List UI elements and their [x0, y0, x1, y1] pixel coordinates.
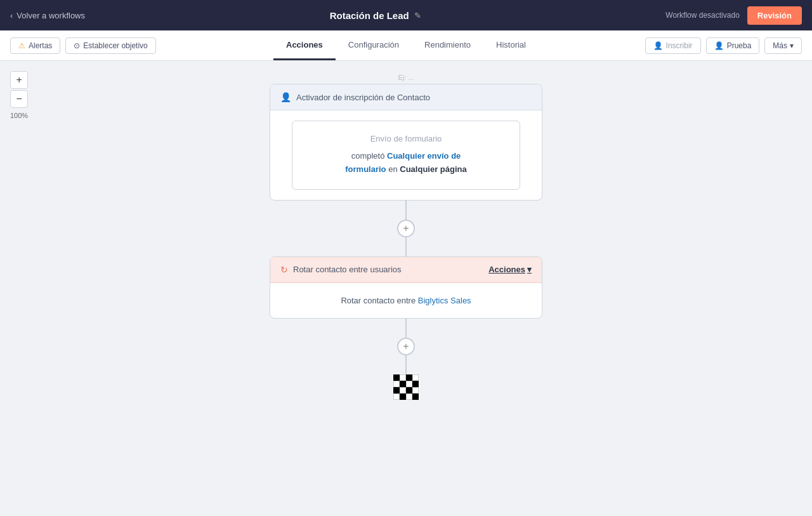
- action-header-left: ↻ Rotar contacto entre usuarios: [280, 265, 402, 275]
- action-rotate-icon: ↻: [280, 265, 288, 275]
- tab-acciones[interactable]: Acciones: [273, 30, 336, 60]
- mas-chevron-icon: ▾: [790, 41, 794, 50]
- zoom-out-button[interactable]: −: [10, 90, 28, 108]
- connector-3: [405, 319, 407, 338]
- top-nav-right: Workflow desactivado Revisión: [665, 6, 802, 25]
- alert-icon: ⚠: [18, 41, 25, 50]
- back-label: Volver a workflows: [16, 11, 85, 20]
- connector-1: [405, 201, 407, 220]
- action-header: ↻ Rotar contacto entre usuarios Acciones…: [270, 257, 542, 283]
- trigger-contact-icon: 👤: [280, 92, 291, 102]
- inscribir-icon: 👤: [653, 41, 663, 50]
- action-body-text: Rotar contacto entre Biglytics Sales: [341, 296, 471, 305]
- trigger-card[interactable]: Envío de formulario completó Cualquier e…: [292, 121, 520, 190]
- alerts-label: Alertas: [29, 41, 52, 50]
- revision-button[interactable]: Revisión: [747, 6, 802, 25]
- workflow-title: Rotación de Lead: [330, 10, 409, 21]
- connector-2: [405, 237, 407, 256]
- inscribir-label: Inscribir: [666, 41, 693, 50]
- acciones-chevron-icon: ▾: [527, 265, 532, 274]
- workflow-status-label: Workflow desactivado: [665, 11, 740, 20]
- workflow-nodes-container: Ej: ... 👤 Activador de inscripción de Co…: [266, 61, 546, 400]
- back-arrow-icon: ‹: [10, 11, 13, 20]
- set-goal-button[interactable]: ⊙ Establecer objetivo: [65, 37, 155, 54]
- alerts-button[interactable]: ⚠ Alertas: [10, 37, 60, 54]
- acciones-label: Acciones: [488, 265, 525, 274]
- subnav-left-actions: ⚠ Alertas ⊙ Establecer objetivo: [10, 37, 206, 54]
- trigger-card-title: Envío de formulario: [318, 134, 494, 143]
- action-header-right: Acciones ▾: [488, 265, 532, 274]
- workflow-canvas: + − 100% Ej: ... 👤 Activador de inscripc…: [0, 61, 812, 516]
- trigger-header: 👤 Activador de inscripción de Contacto: [270, 84, 542, 110]
- tab-rendimiento[interactable]: Rendimiento: [412, 30, 483, 60]
- trigger-node[interactable]: 👤 Activador de inscripción de Contacto E…: [270, 84, 542, 201]
- goal-label: Establecer objetivo: [83, 41, 147, 50]
- prueba-icon: 👤: [714, 41, 724, 50]
- acciones-button[interactable]: Acciones ▾: [488, 265, 532, 274]
- edit-title-icon[interactable]: ✎: [414, 11, 421, 20]
- prueba-label: Prueba: [727, 41, 752, 50]
- add-step-button-1[interactable]: +: [397, 220, 415, 237]
- tab-historial[interactable]: Historial: [483, 30, 539, 60]
- top-navigation: ‹ Volver a workflows Rotación de Lead ✎ …: [0, 0, 812, 30]
- connector-4: [405, 355, 407, 374]
- trigger-body: Envío de formulario completó Cualquier e…: [270, 110, 542, 200]
- nav-tabs: Acciones Configuración Rendimiento Histo…: [211, 30, 601, 60]
- back-button[interactable]: ‹ Volver a workflows: [10, 11, 85, 20]
- action-node[interactable]: ↻ Rotar contacto entre usuarios Acciones…: [270, 256, 542, 319]
- goal-icon: ⊙: [74, 41, 80, 50]
- workflow-title-area: Rotación de Lead ✎: [330, 10, 421, 21]
- zoom-in-button[interactable]: +: [10, 71, 28, 89]
- trigger-card-body: completó Cualquier envío deformulario en…: [318, 150, 494, 176]
- top-placeholder-label: Ej: ...: [398, 74, 414, 81]
- secondary-navigation: ⚠ Alertas ⊙ Establecer objetivo Acciones…: [0, 30, 812, 61]
- add-step-button-2[interactable]: +: [397, 338, 415, 355]
- tab-configuracion[interactable]: Configuración: [336, 30, 412, 60]
- zoom-controls: + − 100%: [10, 71, 28, 119]
- zoom-level-label: 100%: [10, 112, 28, 119]
- prueba-button[interactable]: 👤 Prueba: [706, 37, 760, 54]
- action-body: Rotar contacto entre Biglytics Sales: [270, 283, 542, 318]
- inscribir-button[interactable]: 👤 Inscribir: [645, 37, 701, 54]
- mas-button[interactable]: Más ▾: [764, 37, 802, 54]
- trigger-body-completó: completó: [351, 151, 385, 161]
- mas-label: Más: [773, 41, 787, 50]
- action-header-text: Rotar contacto entre usuarios: [293, 265, 402, 274]
- subnav-right-actions: 👤 Inscribir 👤 Prueba Más ▾: [606, 37, 802, 54]
- end-node: [393, 374, 419, 400]
- trigger-header-text: Activador de inscripción de Contacto: [296, 93, 430, 102]
